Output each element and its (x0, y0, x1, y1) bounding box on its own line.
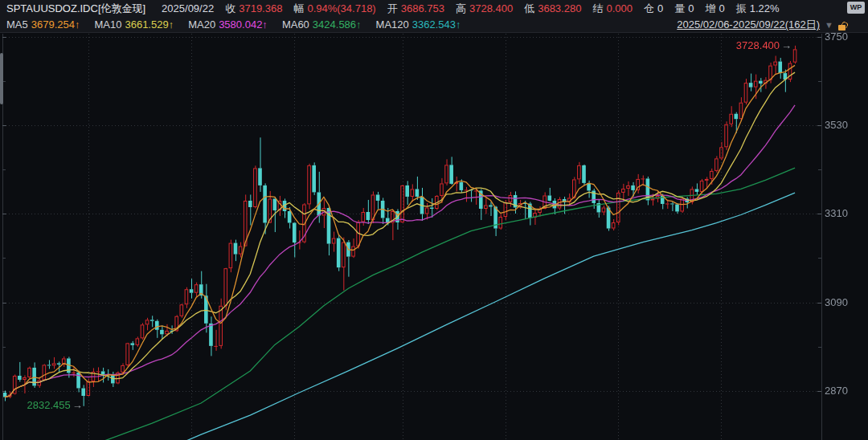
range-controls: 2025/02/06-2025/09/22(162日) ▼ (677, 17, 847, 33)
ma-legend-item: MA53679.254↑ (6, 18, 80, 31)
quote-field-label: 仓 (644, 2, 654, 16)
quote-field: 高3728.400 (456, 2, 513, 16)
ma-legend-item: MA1203362.543↑ (376, 18, 461, 31)
quote-field-label: 结 (592, 2, 603, 16)
quote-date: 2025/09/22 (162, 2, 214, 14)
right-arrow-icon: → (72, 399, 83, 411)
quote-field-label: 收 (225, 2, 235, 16)
quote-field-value: 0 (719, 2, 724, 14)
quote-field-value: 3686.753 (401, 2, 444, 14)
chevron-down-icon[interactable]: ▼ (825, 20, 833, 30)
ma-label: MA10 (94, 18, 121, 31)
ma-value: 3580.042↑ (219, 18, 268, 31)
high-annotation-value: 3728.400 (736, 39, 780, 51)
left-scrollbar-thumb[interactable] (0, 53, 3, 104)
ma-value: 3424.586↑ (313, 18, 362, 31)
right-arrow-icon: → (781, 39, 792, 51)
quote-field: 低3683.280 (524, 2, 581, 16)
quote-field: 振1.22% (736, 2, 780, 16)
ma-label: MA20 (188, 18, 215, 31)
quote-field-label: 开 (387, 2, 398, 16)
quote-field: 增0 (705, 2, 724, 16)
y-axis-label: 3090 (825, 296, 848, 308)
quote-field-value: 0 (688, 2, 694, 14)
quote-field-value: 0 (657, 2, 663, 14)
quote-field: 结0.000 (592, 2, 633, 16)
quote-field-label: 振 (736, 2, 747, 16)
quote-field-label: 增 (705, 2, 715, 16)
ma-label: MA5 (6, 18, 28, 31)
quote-field: 幅0.94%(34.718) (293, 2, 375, 16)
quote-field-label: 量 (674, 2, 685, 16)
low-annotation-value: 2832.455 (27, 399, 70, 411)
unlock-icon[interactable] (838, 20, 847, 31)
y-axis-label: 3310 (825, 207, 848, 219)
quote-field-value: 3719.368 (239, 2, 282, 14)
quote-field-value: 3728.400 (469, 2, 513, 14)
unlock-body (838, 25, 845, 31)
date-range[interactable]: 2025/02/06-2025/09/22(162日) (677, 18, 820, 32)
trading-terminal: SPTAUUSDOZ.IDC[伦敦金现] 2025/09/22 收3719.36… (0, 0, 868, 440)
low-annotation: 2832.455 → (27, 399, 82, 411)
symbol-name: SPTAUUSDOZ.IDC[伦敦金现] (6, 2, 145, 16)
ma-label: MA60 (282, 18, 309, 31)
wp-badge-icon[interactable]: WP (847, 2, 865, 14)
ma-label: MA120 (376, 18, 409, 31)
quote-field-value: 0.000 (606, 2, 633, 14)
ma-value: 3362.543↑ (412, 18, 461, 31)
ma-legend-item: MA203580.042↑ (188, 18, 268, 31)
ma-value: 3679.254↑ (31, 18, 80, 31)
quote-field: 开3686.753 (387, 2, 444, 16)
y-axis-label: 3530 (825, 119, 848, 131)
ma-value: 3661.529↑ (125, 18, 174, 31)
ma-legend-item: MA603424.586↑ (282, 18, 362, 31)
quote-field-label: 高 (456, 2, 466, 16)
quote-field-label: 低 (524, 2, 534, 16)
quote-field-value: 0.94%(34.718) (307, 2, 375, 14)
quote-field-value: 1.22% (750, 2, 780, 14)
quote-field: 收3719.368 (225, 2, 282, 16)
quote-field: 仓0 (644, 2, 663, 16)
quote-header: SPTAUUSDOZ.IDC[伦敦金现] 2025/09/22 收3719.36… (0, 0, 868, 17)
candlestick-chart[interactable] (0, 0, 868, 440)
high-annotation: 3728.400 → (736, 39, 792, 51)
quote-field-value: 3683.280 (538, 2, 581, 14)
ma-legend-item: MA103661.529↑ (94, 18, 174, 31)
quote-field-label: 幅 (293, 2, 304, 16)
quote-field: 量0 (674, 2, 694, 16)
y-axis-label: 2870 (825, 385, 848, 397)
